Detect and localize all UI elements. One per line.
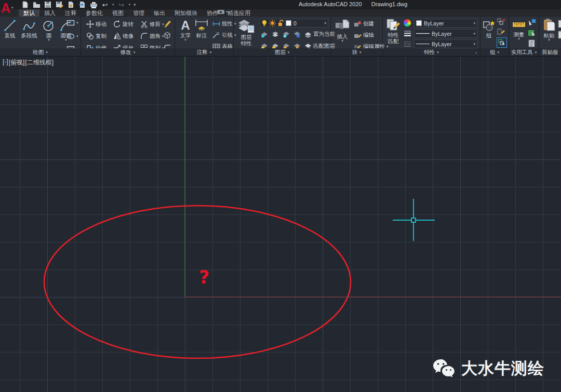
paste-button[interactable]: 粘贴 ▾: [541, 19, 557, 42]
group-selection-toggle[interactable]: [497, 37, 507, 48]
chevron-down-icon: ▾: [535, 51, 537, 54]
tab-view[interactable]: 视图: [108, 9, 128, 17]
tab-output[interactable]: 输出: [149, 9, 170, 17]
copy-icon: [86, 32, 94, 40]
export-button[interactable]: [78, 1, 86, 9]
layer-properties-icon: [237, 18, 255, 34]
chevron-down-icon: ▾: [473, 43, 475, 46]
red-ellipse[interactable]: [44, 206, 351, 358]
line-tool-button[interactable]: 直线: [2, 19, 18, 38]
tab-annotate[interactable]: 注释: [60, 9, 81, 17]
object-color-swatch: [416, 20, 422, 26]
rectangle-tool-button[interactable]: ▾: [66, 20, 78, 26]
layer-freeze-icon[interactable]: [283, 31, 290, 38]
rotate-icon: [113, 20, 121, 28]
panel-label-modify[interactable]: 修改▾: [81, 48, 175, 56]
open-button[interactable]: [32, 1, 41, 9]
redo-button[interactable]: ↪: [117, 1, 126, 9]
tab-insert[interactable]: 插入: [39, 9, 60, 17]
create-block-button[interactable]: 创建: [354, 20, 374, 28]
text-tool-button[interactable]: A 文字 ▾: [178, 19, 193, 42]
redo-dropdown[interactable]: ▾: [129, 3, 131, 7]
layer-isolate-icon[interactable]: [272, 31, 279, 38]
print-button[interactable]: [89, 1, 98, 9]
tab-addins[interactable]: 附加模块: [170, 9, 202, 17]
chevron-down-icon: ▾: [76, 21, 78, 24]
rotate-button[interactable]: 旋转: [113, 20, 133, 28]
create-block-icon: [354, 21, 362, 28]
lineweight-sample: [416, 33, 430, 34]
trim-button[interactable]: 修剪 ▾: [140, 20, 164, 28]
group-edit-button[interactable]: [497, 28, 505, 35]
polyline-tool-button[interactable]: 多段线: [19, 19, 39, 38]
insert-block-button[interactable]: 插入 ▾: [333, 19, 351, 43]
plot-preview-button[interactable]: [66, 1, 75, 9]
tab-manage[interactable]: 管理: [128, 9, 149, 17]
drawing-canvas[interactable]: [-] [俯视] [二维线框] ? 大水牛测绘: [0, 56, 561, 392]
save-as-button[interactable]: [55, 1, 63, 9]
fillet-icon: [140, 32, 148, 40]
trim-scissors-icon: [140, 20, 148, 28]
panel-label-utilities[interactable]: 实用工具▾: [509, 48, 539, 56]
customize-toolbar-button[interactable]: ▾: [133, 2, 136, 7]
leader-button[interactable]: 引线 ▾: [212, 32, 236, 39]
erase-button[interactable]: [163, 19, 172, 28]
panel-draw: 直线 多段线 圆 ▾ 圆弧 ▾ ▾ ▾ ▾ 绘图▾: [0, 17, 81, 56]
select-similar-button[interactable]: [528, 29, 536, 37]
layer-off-icon[interactable]: [261, 31, 268, 38]
undo-dropdown[interactable]: ▾: [112, 3, 114, 7]
properties-dialog-launcher[interactable]: ⌄: [474, 50, 478, 55]
question-mark-annotation[interactable]: ?: [199, 267, 209, 288]
quick-select-icon: [528, 19, 536, 26]
ungroup-icon: [497, 18, 505, 25]
panel-label-group[interactable]: 组▾: [480, 48, 509, 56]
list-button[interactable]: [528, 39, 535, 47]
panel-label-properties[interactable]: 特性▾ ⌄: [383, 48, 480, 56]
quick-select-button[interactable]: [528, 19, 536, 26]
paste-clipboard-icon: [543, 19, 555, 32]
ribbon-display-toggle[interactable]: ▾: [217, 10, 228, 14]
current-layer-name: 0: [293, 20, 322, 26]
application-menu-button[interactable]: A ▾: [1, 0, 19, 16]
chevron-down-icon: ▾: [226, 10, 228, 14]
autocad-logo-icon: A: [1, 1, 10, 15]
ribbon: 直线 多段线 圆 ▾ 圆弧 ▾ ▾ ▾ ▾ 绘图▾: [0, 17, 561, 56]
group-button[interactable]: 组: [482, 20, 496, 38]
lineweight-combo[interactable]: ByLayer ▾: [414, 29, 477, 38]
match-properties-button[interactable]: 特性 匹配: [385, 18, 402, 44]
move-button[interactable]: 移动: [86, 20, 106, 28]
tab-parametric[interactable]: 参数化: [81, 9, 108, 17]
new-drawing-button[interactable]: [21, 1, 29, 9]
panel-label-layers[interactable]: 图层▾: [234, 48, 330, 56]
panel-label-clipboard[interactable]: 剪贴板: [539, 48, 561, 56]
layer-properties-button[interactable]: 图层 特性: [236, 18, 257, 46]
explode-button[interactable]: [163, 31, 171, 39]
measure-button[interactable]: 测量 ▾: [511, 20, 527, 40]
object-color-combo[interactable]: ByLayer ▾: [414, 19, 477, 28]
chevron-down-icon: ▾: [11, 6, 14, 9]
edit-block-button[interactable]: 编辑: [354, 32, 374, 39]
undo-button[interactable]: ↩: [101, 1, 109, 9]
copy-button[interactable]: 复制: [86, 32, 106, 40]
linear-dim-button[interactable]: 线性 ▾: [212, 20, 236, 28]
panel-label-draw[interactable]: 绘图▾: [0, 48, 81, 56]
dimension-tool-button[interactable]: 标注: [194, 19, 209, 38]
panel-group: 组 组▾: [480, 17, 509, 56]
save-button[interactable]: [44, 1, 52, 9]
layer-lock-icon[interactable]: [293, 31, 301, 38]
chevron-down-icon: ▾: [473, 32, 475, 35]
circle-tool-button[interactable]: 圆 ▾: [42, 19, 56, 42]
wechat-icon: [432, 358, 456, 379]
ungroup-button[interactable]: [497, 18, 505, 25]
fillet-button[interactable]: 圆角 ▾: [140, 32, 164, 40]
panel-label-block[interactable]: 块▾: [331, 48, 382, 56]
panel-layers: 图层 特性 0 ▾ 置为当前: [234, 17, 331, 56]
panel-label-annotate[interactable]: 注释▾: [175, 48, 233, 56]
chevron-down-icon: ▾: [437, 51, 439, 54]
mirror-button[interactable]: 镜像: [113, 32, 133, 40]
linetype-combo[interactable]: ByLayer ▾: [414, 39, 477, 48]
tab-default[interactable]: 默认: [19, 9, 39, 17]
ellipse-tool-button[interactable]: ▾: [66, 33, 78, 39]
layer-select-combo[interactable]: 0 ▾: [260, 19, 328, 28]
group-icon: [483, 20, 495, 32]
